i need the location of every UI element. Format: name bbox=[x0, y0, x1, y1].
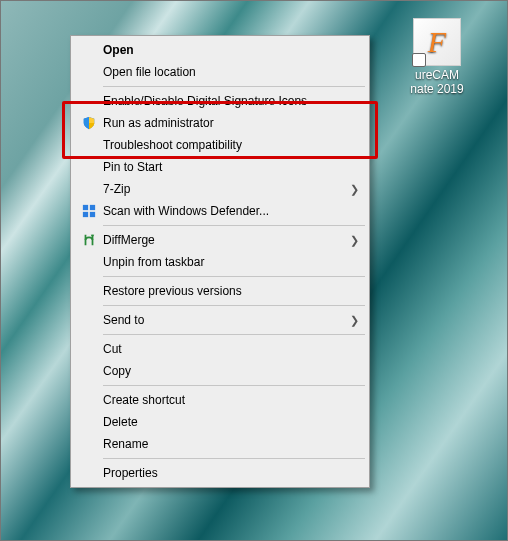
menu-troubleshoot-compatibility[interactable]: Troubleshoot compatibility bbox=[73, 134, 367, 156]
menu-separator bbox=[103, 458, 365, 459]
desktop-shortcut-label: ureCAM nate 2019 bbox=[398, 68, 476, 97]
menu-item-label: 7-Zip bbox=[103, 182, 347, 196]
menu-item-label: Delete bbox=[103, 415, 359, 429]
menu-item-label: Cut bbox=[103, 342, 359, 356]
menu-create-shortcut[interactable]: Create shortcut bbox=[73, 389, 367, 411]
menu-scan-defender[interactable]: Scan with Windows Defender... bbox=[73, 200, 367, 222]
menu-item-label: Create shortcut bbox=[103, 393, 359, 407]
desktop-shortcut-featurecam[interactable]: F ureCAM nate 2019 bbox=[398, 18, 476, 97]
menu-pin-to-start[interactable]: Pin to Start bbox=[73, 156, 367, 178]
menu-item-label: Open file location bbox=[103, 65, 359, 79]
menu-7zip[interactable]: 7-Zip ❯ bbox=[73, 178, 367, 200]
menu-delete[interactable]: Delete bbox=[73, 411, 367, 433]
defender-icon bbox=[79, 203, 99, 219]
featurecam-icon: F bbox=[413, 18, 461, 66]
context-menu: Open Open file location Enable/Disable D… bbox=[70, 35, 370, 488]
menu-item-label: DiffMerge bbox=[103, 233, 347, 247]
menu-item-label: Open bbox=[103, 43, 359, 57]
menu-item-label: Pin to Start bbox=[103, 160, 359, 174]
menu-send-to[interactable]: Send to ❯ bbox=[73, 309, 367, 331]
svg-rect-1 bbox=[90, 205, 95, 210]
svg-rect-2 bbox=[83, 212, 88, 217]
menu-open-file-location[interactable]: Open file location bbox=[73, 61, 367, 83]
menu-item-label: Enable/Disable Digital Signature Icons bbox=[103, 94, 359, 108]
menu-unpin-taskbar[interactable]: Unpin from taskbar bbox=[73, 251, 367, 273]
shield-icon bbox=[79, 115, 99, 131]
menu-item-label: Properties bbox=[103, 466, 359, 480]
menu-enable-disable-signature[interactable]: Enable/Disable Digital Signature Icons bbox=[73, 90, 367, 112]
submenu-arrow-icon: ❯ bbox=[347, 183, 359, 196]
svg-rect-3 bbox=[90, 212, 95, 217]
menu-separator bbox=[103, 225, 365, 226]
menu-item-label: Scan with Windows Defender... bbox=[103, 204, 359, 218]
menu-rename[interactable]: Rename bbox=[73, 433, 367, 455]
menu-copy[interactable]: Copy bbox=[73, 360, 367, 382]
shortcut-overlay-icon bbox=[412, 53, 426, 67]
menu-item-label: Send to bbox=[103, 313, 347, 327]
diffmerge-icon bbox=[79, 232, 99, 248]
menu-restore-previous-versions[interactable]: Restore previous versions bbox=[73, 280, 367, 302]
menu-item-label: Copy bbox=[103, 364, 359, 378]
menu-item-label: Restore previous versions bbox=[103, 284, 359, 298]
menu-item-label: Troubleshoot compatibility bbox=[103, 138, 359, 152]
menu-separator bbox=[103, 385, 365, 386]
menu-separator bbox=[103, 305, 365, 306]
menu-properties[interactable]: Properties bbox=[73, 462, 367, 484]
menu-separator bbox=[103, 86, 365, 87]
menu-separator bbox=[103, 334, 365, 335]
submenu-arrow-icon: ❯ bbox=[347, 314, 359, 327]
svg-rect-0 bbox=[83, 205, 88, 210]
menu-diffmerge[interactable]: DiffMerge ❯ bbox=[73, 229, 367, 251]
menu-run-as-administrator[interactable]: Run as administrator bbox=[73, 112, 367, 134]
menu-item-label: Unpin from taskbar bbox=[103, 255, 359, 269]
menu-cut[interactable]: Cut bbox=[73, 338, 367, 360]
menu-item-label: Rename bbox=[103, 437, 359, 451]
menu-open[interactable]: Open bbox=[73, 39, 367, 61]
submenu-arrow-icon: ❯ bbox=[347, 234, 359, 247]
menu-item-label: Run as administrator bbox=[103, 116, 359, 130]
menu-separator bbox=[103, 276, 365, 277]
